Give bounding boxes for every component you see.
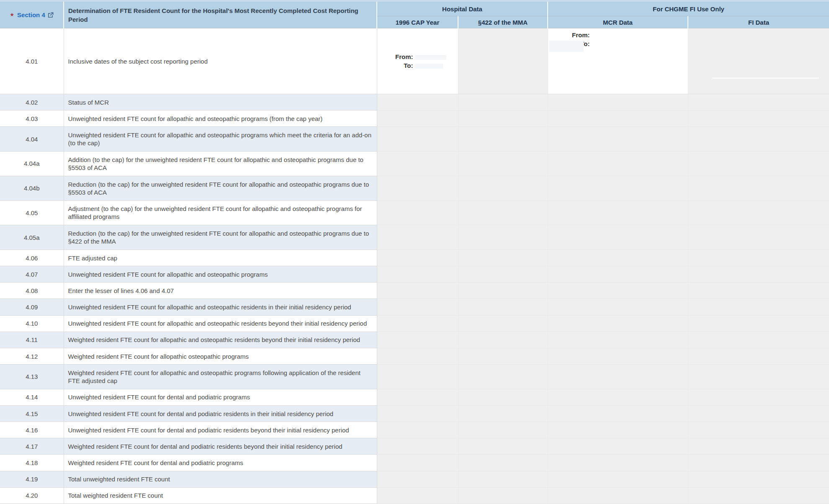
mma-cell-disabled xyxy=(458,487,548,504)
mcr-cell-disabled xyxy=(548,455,688,471)
line-number: 4.19 xyxy=(0,471,64,487)
cap-year-cell-disabled xyxy=(377,283,458,299)
line-description: Unweighted resident FTE count for allopa… xyxy=(64,315,377,332)
required-asterisk-icon: ★ xyxy=(10,12,14,18)
fi-cell-disabled xyxy=(688,332,829,348)
table-row-4.05a: 4.05a Reduction (to the cap) for the unw… xyxy=(0,225,829,250)
fi-cell-disabled xyxy=(688,348,829,364)
col-header-fi-data: FI Data xyxy=(688,16,829,28)
line-description: Reduction (to the cap) for the unweighte… xyxy=(64,225,377,250)
from-label: From: xyxy=(377,52,413,61)
mma-cell-disabled xyxy=(458,405,548,422)
fi-data-cell-disabled xyxy=(688,28,829,94)
chgme-fi-group-header: For CHGME FI Use Only xyxy=(548,1,829,16)
mma-cell-disabled xyxy=(458,152,548,176)
section-4-link[interactable]: Section 4 xyxy=(17,11,45,18)
line-number: 4.05 xyxy=(0,201,64,225)
table-row-4.02: 4.02 Status of MCR xyxy=(0,94,829,111)
fi-cell-disabled xyxy=(688,365,829,389)
mcr-cell-disabled xyxy=(548,299,688,315)
cap-year-cell-disabled xyxy=(377,471,458,487)
cap-year-cell-disabled xyxy=(377,365,458,389)
mcr-cell-disabled xyxy=(548,487,688,504)
fi-cell-disabled xyxy=(688,405,829,422)
table-row-4.16: 4.16 Unweighted resident FTE count for d… xyxy=(0,422,829,438)
line-number: 4.12 xyxy=(0,348,64,364)
line-number: 4.01 xyxy=(0,28,64,94)
line-description: Weighted resident FTE count for dental a… xyxy=(64,455,377,471)
line-number: 4.18 xyxy=(0,455,64,471)
mcr-cell-disabled xyxy=(548,405,688,422)
group-header-row: ★Section 4 Determination of FTE Resident… xyxy=(0,1,829,16)
line-number: 4.17 xyxy=(0,438,64,455)
table-row-4.19: 4.19 Total unweighted resident FTE count xyxy=(0,471,829,487)
line-description: Inclusive dates of the subject cost repo… xyxy=(64,28,377,94)
cap-year-cell-disabled xyxy=(377,299,458,315)
line-description: Unweighted resident FTE count for allopa… xyxy=(64,266,377,283)
line-description: Adjustment (to the cap) for the unweight… xyxy=(64,201,377,225)
line-description: Unweighted resident FTE count for allopa… xyxy=(64,111,377,127)
line-description: Unweighted resident FTE count for dental… xyxy=(64,422,377,438)
fi-cell-disabled xyxy=(688,176,829,201)
line-description: Status of MCR xyxy=(64,94,377,111)
mcr-cell-disabled xyxy=(548,176,688,201)
fi-cell-disabled xyxy=(688,201,829,225)
fi-cell-disabled xyxy=(688,471,829,487)
mcr-cell-disabled xyxy=(548,152,688,176)
line-description: Total weighted resident FTE count xyxy=(64,487,377,504)
fi-cell-disabled xyxy=(688,455,829,471)
mma-cell-disabled xyxy=(458,176,548,201)
table-row-4.12: 4.12 Weighted resident FTE count for all… xyxy=(0,348,829,364)
table-row-4.09: 4.09 Unweighted resident FTE count for a… xyxy=(0,299,829,315)
table-title: Determination of FTE Resident Count for … xyxy=(64,1,377,28)
mcr-cell-disabled xyxy=(548,389,688,405)
mcr-cell-disabled xyxy=(548,438,688,455)
table-row-4.03: 4.03 Unweighted resident FTE count for a… xyxy=(0,111,829,127)
mma-cell-disabled xyxy=(458,389,548,405)
cap-year-cell-disabled xyxy=(377,422,458,438)
line-number: 4.07 xyxy=(0,266,64,283)
col-header-mma: §422 of the MMA xyxy=(458,16,548,28)
cap-year-cell-disabled xyxy=(377,111,458,127)
mcr-cell-disabled xyxy=(548,225,688,250)
chgme-section4-page: ★Section 4 Determination of FTE Resident… xyxy=(0,0,829,504)
table-row-4.20: 4.20 Total weighted resident FTE count xyxy=(0,487,829,504)
mcr-dates-cell: From: To: xyxy=(548,28,688,94)
cap-year-cell-disabled xyxy=(377,315,458,332)
line-number: 4.11 xyxy=(0,332,64,348)
cap-year-cell-disabled xyxy=(377,176,458,201)
fi-cell-disabled xyxy=(688,422,829,438)
line-description: Weighted resident FTE count for allopath… xyxy=(64,365,377,389)
mma-cell-disabled xyxy=(458,299,548,315)
table-row-4.07: 4.07 Unweighted resident FTE count for a… xyxy=(0,266,829,283)
mma-cell-disabled xyxy=(458,201,548,225)
line-number: 4.08 xyxy=(0,283,64,299)
line-number: 4.14 xyxy=(0,389,64,405)
hospital-data-group-header: Hospital Data xyxy=(377,1,548,16)
cap-year-cell-disabled xyxy=(377,127,458,152)
mcr-cell-disabled xyxy=(548,315,688,332)
line-number: 4.04b xyxy=(0,176,64,201)
to-label: To: xyxy=(377,61,413,70)
fi-cell-disabled xyxy=(688,111,829,127)
cap-year-cell-disabled xyxy=(377,389,458,405)
cap-year-cell-disabled xyxy=(377,348,458,364)
mcr-cell-disabled xyxy=(548,283,688,299)
mma-cell-disabled xyxy=(458,365,548,389)
redacted-to-value xyxy=(415,64,443,69)
mma-cell-disabled xyxy=(458,315,548,332)
fi-cell-disabled xyxy=(688,225,829,250)
cap-year-cell-disabled xyxy=(377,225,458,250)
cap-year-cell-disabled xyxy=(377,405,458,422)
mcr-cell-disabled xyxy=(548,471,688,487)
from-label: From: xyxy=(548,31,590,39)
fi-cell-disabled xyxy=(688,94,829,111)
line-number: 4.13 xyxy=(0,365,64,389)
mcr-cell-disabled xyxy=(548,111,688,127)
external-link-icon[interactable] xyxy=(48,12,54,19)
table-row-4.06: 4.06 FTE adjusted cap xyxy=(0,249,829,266)
table-row-4.11: 4.11 Weighted resident FTE count for all… xyxy=(0,332,829,348)
line-description: Unweighted resident FTE count for allopa… xyxy=(64,127,377,152)
line-number: 4.09 xyxy=(0,299,64,315)
mcr-cell-disabled xyxy=(548,127,688,152)
